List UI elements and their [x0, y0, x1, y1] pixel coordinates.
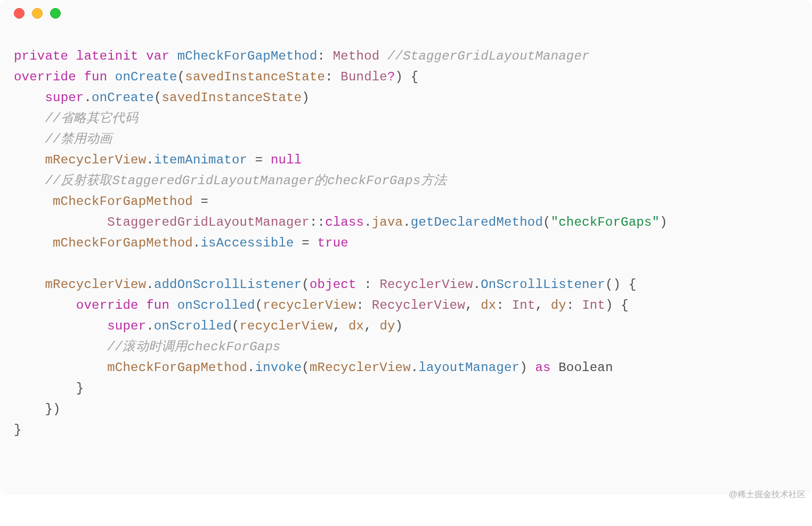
comment: //禁用动画: [45, 132, 112, 146]
dot: .: [473, 277, 481, 292]
brace: {: [621, 298, 629, 313]
keyword: object: [310, 277, 356, 292]
close-icon[interactable]: [14, 8, 25, 19]
property: isAccessible: [200, 236, 294, 250]
paren: (: [232, 319, 240, 333]
property: layoutManager: [418, 360, 519, 375]
comment: //滚动时调用checkForGaps: [107, 340, 280, 354]
paren: (): [605, 277, 621, 292]
property: java: [372, 215, 403, 229]
keyword: private: [14, 49, 68, 63]
class-name: StaggeredGridLayoutManager: [107, 215, 310, 229]
comma: ,: [364, 319, 372, 333]
paren: ): [395, 319, 403, 333]
arg: dy: [379, 319, 395, 333]
comma: ,: [535, 298, 543, 313]
type: Int: [512, 298, 535, 313]
string-literal: "checkForGaps": [551, 215, 660, 229]
comma: ,: [465, 298, 473, 313]
param: dx: [481, 298, 496, 313]
type: RecyclerView: [379, 277, 473, 292]
identifier: mRecyclerView: [45, 277, 146, 292]
colon: :: [364, 277, 372, 292]
function-name: onScrolled: [177, 298, 255, 313]
dcolon: ::: [310, 215, 325, 229]
comma: ,: [333, 319, 341, 333]
keyword: lateinit: [76, 49, 139, 63]
minimize-icon[interactable]: [32, 8, 43, 19]
identifier: mCheckForGapMethod: [177, 49, 318, 63]
dot: .: [403, 215, 411, 229]
property: itemAnimator: [154, 153, 247, 167]
identifier: mCheckForGapMethod: [53, 194, 193, 209]
keyword: fun: [84, 70, 107, 84]
keyword: fun: [146, 298, 169, 313]
eq: =: [200, 194, 208, 209]
arg: mRecyclerView: [310, 360, 411, 375]
watermark-text: @稀土掘金技术社区: [729, 489, 806, 500]
function-name: onCreate: [115, 70, 177, 84]
eq: =: [302, 236, 310, 250]
comment: //StaggerGridLayoutManager: [387, 49, 590, 63]
brace: }: [14, 423, 22, 437]
dot: .: [364, 215, 372, 229]
keyword: as: [535, 360, 550, 375]
type: Int: [582, 298, 605, 313]
paren: (: [177, 70, 185, 84]
brace: {: [629, 277, 637, 292]
paren: (: [255, 298, 263, 313]
brace: {: [411, 70, 419, 84]
identifier: mRecyclerView: [45, 153, 146, 167]
type: OnScrollListener: [481, 277, 605, 292]
keyword-true: true: [318, 236, 348, 250]
method-call: getDeclaredMethod: [411, 215, 543, 229]
dot: .: [84, 91, 92, 105]
code-window: private lateinit var mCheckForGapMethod:…: [0, 0, 812, 495]
paren: (: [154, 91, 162, 105]
type: RecyclerView: [372, 298, 465, 313]
arg: recyclerView: [240, 319, 333, 333]
paren: ): [660, 215, 668, 229]
identifier: mCheckForGapMethod: [53, 236, 193, 250]
maximize-icon[interactable]: [50, 8, 61, 19]
param: recyclerView: [263, 298, 356, 313]
type: Bundle: [340, 70, 387, 84]
eq: =: [255, 153, 263, 167]
paren: ): [302, 91, 310, 105]
type: Boolean: [558, 360, 613, 375]
param: dy: [551, 298, 566, 313]
comment: //反射获取StaggeredGridLayoutManager的checkFo…: [45, 174, 446, 188]
dot: .: [146, 153, 154, 167]
dot: .: [411, 360, 419, 375]
dot: .: [146, 319, 154, 333]
param: savedInstanceState: [185, 70, 325, 84]
paren: (: [302, 277, 310, 292]
keyword-null: null: [271, 153, 302, 167]
arg: dx: [348, 319, 364, 333]
colon: :: [566, 298, 574, 313]
colon: :: [325, 70, 333, 84]
method-call: addOnScrollListener: [154, 277, 302, 292]
code-block: private lateinit var mCheckForGapMethod:…: [0, 27, 812, 454]
paren: ): [519, 360, 527, 375]
keyword: class: [325, 215, 364, 229]
dot: .: [193, 236, 201, 250]
keyword: var: [146, 49, 169, 63]
identifier: mCheckForGapMethod: [107, 360, 247, 375]
colon: :: [318, 49, 326, 63]
brace: }: [76, 381, 84, 396]
arg: savedInstanceState: [161, 91, 302, 105]
paren: (: [302, 360, 310, 375]
method-call: onScrolled: [154, 319, 232, 333]
brace: }): [45, 402, 60, 416]
method-call: invoke: [255, 360, 302, 375]
paren: ): [395, 70, 403, 84]
type: Method: [333, 49, 380, 63]
keyword: super: [107, 319, 146, 333]
colon: :: [356, 298, 364, 313]
nullable: ?: [387, 70, 395, 84]
keyword: override: [14, 70, 76, 84]
comment: //省略其它代码: [45, 111, 137, 126]
keyword: override: [76, 298, 139, 313]
dot: .: [247, 360, 255, 375]
